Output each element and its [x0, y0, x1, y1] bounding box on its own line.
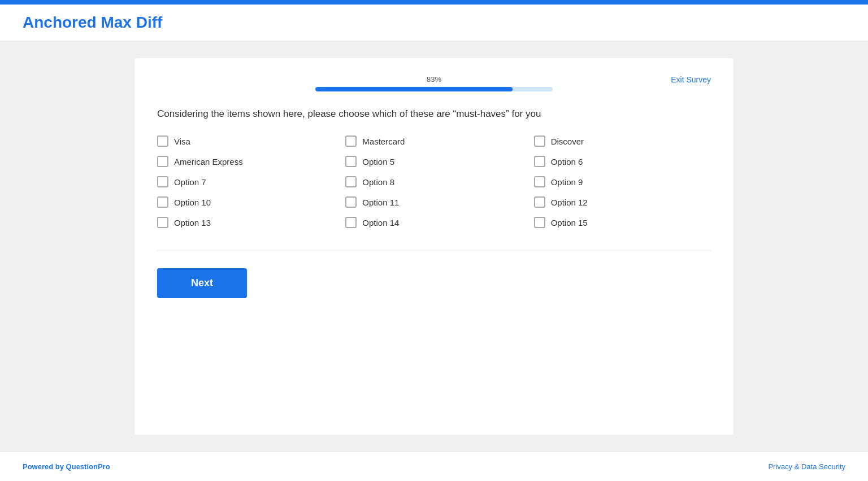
option-label-opt4: American Express [174, 157, 243, 167]
checkbox-opt10[interactable] [157, 196, 168, 208]
option-label-opt6: Option 6 [551, 157, 583, 167]
section-divider [157, 251, 711, 251]
option-item-opt4[interactable]: American Express [157, 156, 334, 167]
option-item-opt10[interactable]: Option 10 [157, 196, 334, 208]
option-label-opt15: Option 15 [551, 218, 588, 228]
page-footer: Powered by QuestionPro Privacy & Data Se… [0, 452, 868, 481]
option-item-opt15[interactable]: Option 15 [534, 217, 711, 228]
option-item-opt5[interactable]: Option 5 [345, 156, 522, 167]
survey-container: 83% Exit Survey Considering the items sh… [134, 58, 734, 435]
checkbox-opt6[interactable] [534, 156, 545, 167]
progress-section: 83% Exit Survey [157, 75, 711, 91]
checkbox-opt14[interactable] [345, 217, 357, 228]
checkbox-opt1[interactable] [157, 135, 168, 147]
progress-bar-fill [315, 87, 513, 91]
footer-powered-by: Powered by QuestionPro [23, 462, 110, 471]
checkbox-opt15[interactable] [534, 217, 545, 228]
checkbox-opt2[interactable] [345, 135, 357, 147]
option-item-opt13[interactable]: Option 13 [157, 217, 334, 228]
checkbox-opt4[interactable] [157, 156, 168, 167]
option-label-opt12: Option 12 [551, 198, 588, 207]
option-item-opt14[interactable]: Option 14 [345, 217, 522, 228]
page-title: Anchored Max Diff [23, 14, 845, 32]
option-item-opt8[interactable]: Option 8 [345, 176, 522, 187]
footer-privacy-link[interactable]: Privacy & Data Security [768, 462, 845, 471]
option-item-opt6[interactable]: Option 6 [534, 156, 711, 167]
option-label-opt2: Mastercard [362, 137, 405, 146]
option-label-opt7: Option 7 [174, 177, 206, 187]
checkbox-opt12[interactable] [534, 196, 545, 208]
option-label-opt14: Option 14 [362, 218, 399, 228]
checkbox-opt5[interactable] [345, 156, 357, 167]
footer-brand: QuestionPro [66, 462, 110, 471]
main-content: 83% Exit Survey Considering the items sh… [0, 41, 868, 452]
checkbox-opt8[interactable] [345, 176, 357, 187]
checkbox-opt9[interactable] [534, 176, 545, 187]
option-item-opt7[interactable]: Option 7 [157, 176, 334, 187]
option-item-opt11[interactable]: Option 11 [345, 196, 522, 208]
footer-powered-prefix: Powered by [23, 462, 66, 471]
progress-bar-background [315, 87, 553, 91]
option-item-opt2[interactable]: Mastercard [345, 135, 522, 147]
progress-label: 83% [315, 75, 553, 84]
options-grid: VisaMastercardDiscoverAmerican ExpressOp… [157, 135, 711, 228]
progress-wrapper: 83% [315, 75, 553, 91]
question-text: Considering the items shown here, please… [157, 108, 711, 120]
option-item-opt1[interactable]: Visa [157, 135, 334, 147]
option-label-opt5: Option 5 [362, 157, 394, 167]
option-label-opt8: Option 8 [362, 177, 394, 187]
option-label-opt13: Option 13 [174, 218, 211, 228]
checkbox-opt11[interactable] [345, 196, 357, 208]
exit-survey-link[interactable]: Exit Survey [671, 75, 711, 84]
top-accent-bar [0, 0, 868, 5]
checkbox-opt7[interactable] [157, 176, 168, 187]
option-item-opt9[interactable]: Option 9 [534, 176, 711, 187]
checkbox-opt3[interactable] [534, 135, 545, 147]
option-label-opt1: Visa [174, 137, 190, 146]
option-label-opt11: Option 11 [362, 198, 399, 207]
option-label-opt10: Option 10 [174, 198, 211, 207]
option-item-opt3[interactable]: Discover [534, 135, 711, 147]
checkbox-opt13[interactable] [157, 217, 168, 228]
next-button[interactable]: Next [157, 268, 247, 298]
option-label-opt9: Option 9 [551, 177, 583, 187]
option-item-opt12[interactable]: Option 12 [534, 196, 711, 208]
option-label-opt3: Discover [551, 137, 584, 146]
page-header: Anchored Max Diff [0, 5, 868, 41]
